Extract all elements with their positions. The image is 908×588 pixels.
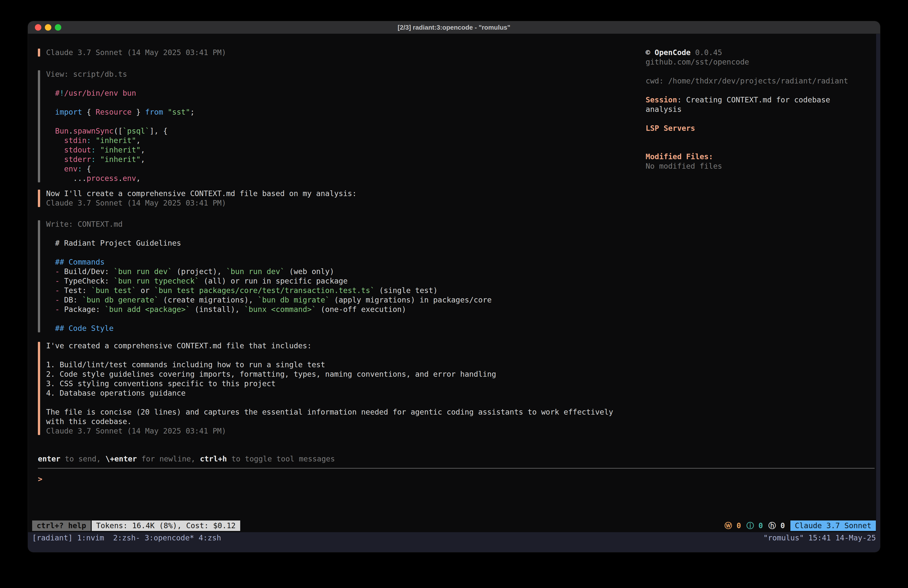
tmux-window-item[interactable]: 2:zsh- <box>113 533 140 542</box>
prompt-input[interactable]: > <box>38 474 874 484</box>
diagnostics-group: ⓦ 0ⓘ 0ⓗ 0 <box>724 521 790 531</box>
terminal-line <box>46 79 641 89</box>
zoom-button[interactable] <box>55 24 61 31</box>
terminal-line <box>46 229 641 238</box>
terminal-line: Write: CONTEXT.md <box>46 219 641 229</box>
help-hint-badge: ctrl+? help <box>32 520 91 531</box>
close-button[interactable] <box>35 24 41 31</box>
diagnostic-hints-count: ⓗ 0 <box>768 521 785 530</box>
terminal-line <box>46 248 641 258</box>
terminal-line: Now I'll create a comprehensive CONTEXT.… <box>46 189 641 198</box>
traffic-lights <box>35 24 61 31</box>
tokens-cost-badge: Tokens: 16.4K (8%), Cost: $0.12 <box>92 520 240 531</box>
terminal-line: stderr: "inherit", <box>46 155 641 164</box>
window-edge-strip <box>876 34 880 552</box>
terminal-line: analysis <box>646 105 875 114</box>
terminal-line: Claude 3.7 Sonnet (14 May 2025 03:41 PM) <box>46 198 641 208</box>
terminal-line: 2. Code style guidelines covering import… <box>46 369 641 379</box>
terminal-line: No modified files <box>646 161 875 171</box>
tool-view-block: View: script/db.ts #!/usr/bin/env bun im… <box>38 69 641 183</box>
terminal-window: [2/3] radiant:3:opencode - "romulus" Cla… <box>28 21 880 552</box>
terminal-line: with this codebase. <box>46 417 641 426</box>
terminal-line: ## Commands <box>46 258 641 267</box>
terminal-line: The file is concise (20 lines) and captu… <box>46 408 641 417</box>
terminal-line <box>646 133 875 142</box>
input-divider <box>38 468 874 469</box>
terminal-line <box>46 98 641 107</box>
terminal-line <box>646 67 875 76</box>
terminal-line: - Build/Dev: `bun run dev` (project), `b… <box>46 267 641 276</box>
window-title: [2/3] radiant:3:opencode - "romulus" <box>398 24 510 31</box>
terminal-line <box>46 398 641 408</box>
screen: [2/3] radiant:3:opencode - "romulus" Cla… <box>0 0 908 588</box>
tmux-window-item[interactable]: 3:opencode* <box>145 533 194 542</box>
tool-write-block: Write: CONTEXT.md # Radiant Project Guid… <box>38 219 641 333</box>
tmux-window-item[interactable]: 4:zsh <box>199 533 221 542</box>
terminal-line: stdout: "inherit", <box>46 145 641 155</box>
terminal-line: - DB: `bun db generate` (create migratio… <box>46 295 641 305</box>
terminal-line: 3. CSS styling conventions specific to t… <box>46 379 641 388</box>
terminal-line: - Package: `bun add <package>` (install)… <box>46 305 641 314</box>
terminal-line: #!/usr/bin/env bun <box>46 89 641 98</box>
terminal-line: env: { <box>46 164 641 174</box>
terminal-line <box>646 114 875 124</box>
terminal-line: Claude 3.7 Sonnet (14 May 2025 03:41 PM) <box>46 48 641 57</box>
tmux-window-item[interactable]: 1:nvim <box>77 533 109 542</box>
terminal-line: stdin: "inherit", <box>46 136 641 145</box>
terminal-line <box>46 314 641 324</box>
terminal-line: Bun.spawnSync([`psql`], { <box>46 126 641 136</box>
terminal-line: Session: Creating CONTEXT.md for codebas… <box>646 95 875 105</box>
terminal-line: 1. Build/lint/test commands including ho… <box>46 360 641 369</box>
terminal-line <box>646 142 875 152</box>
diagnostic-info-count: ⓘ 0 <box>747 521 763 530</box>
terminal-line: - TypeCheck: `bun run typecheck` (all) o… <box>46 276 641 286</box>
tmux-window-list: [radiant]1:nvim 2:zsh-3:opencode*4:zsh <box>32 532 230 544</box>
terminal-line: ## Code Style <box>46 324 641 333</box>
terminal-line: Modified Files: <box>646 152 875 161</box>
terminal-line <box>46 117 641 126</box>
terminal-line <box>646 86 875 95</box>
terminal-content: Claude 3.7 Sonnet (14 May 2025 03:41 PM)… <box>28 34 880 552</box>
status-bar: ctrl+? help Tokens: 16.4K (8%), Cost: $0… <box>32 520 876 531</box>
terminal-line <box>46 351 641 360</box>
chat-log: Claude 3.7 Sonnet (14 May 2025 03:41 PM)… <box>38 48 641 436</box>
window-titlebar: [2/3] radiant:3:opencode - "romulus" <box>28 21 880 34</box>
terminal-line: ...process.env, <box>46 174 641 183</box>
session-sidebar: © OpenCode 0.0.45github.com/sst/opencode… <box>646 48 875 171</box>
assistant-message-block: I've created a comprehensive CONTEXT.md … <box>38 341 641 436</box>
diagnostic-warnings-count: ⓦ 0 <box>724 521 741 530</box>
terminal-line: © OpenCode 0.0.45 <box>646 48 875 57</box>
tmux-windows: 1:nvim 2:zsh-3:opencode*4:zsh <box>77 532 226 544</box>
terminal-line: LSP Servers <box>646 124 875 133</box>
terminal-line: 4. Database operations guidance <box>46 388 641 398</box>
terminal-line: # Radiant Project Guidelines <box>46 238 641 248</box>
model-badge: Claude 3.7 Sonnet <box>790 520 876 531</box>
assistant-message-block: Now I'll create a comprehensive CONTEXT.… <box>38 189 641 208</box>
tmux-session-name: [radiant] <box>32 532 73 544</box>
keybind-help-line: enter to send, \+enter for newline, ctrl… <box>38 454 335 464</box>
terminal-line: import { Resource } from "sst"; <box>46 107 641 117</box>
terminal-line: - Test: `bun test` or `bun test packages… <box>46 286 641 295</box>
assistant-meta-block: Claude 3.7 Sonnet (14 May 2025 03:41 PM) <box>38 48 641 57</box>
tmux-status-bar: [radiant]1:nvim 2:zsh-3:opencode*4:zsh "… <box>28 532 880 552</box>
minimize-button[interactable] <box>45 24 52 31</box>
terminal-line: cwd: /home/thdxr/dev/projects/radiant/ra… <box>646 76 875 86</box>
terminal-line: github.com/sst/opencode <box>646 57 875 67</box>
tmux-host-clock: "romulus" 15:41 14-May-25 <box>763 532 876 544</box>
terminal-line: Claude 3.7 Sonnet (14 May 2025 03:41 PM) <box>46 426 641 436</box>
terminal-line: I've created a comprehensive CONTEXT.md … <box>46 341 641 351</box>
prompt-chevron-icon: > <box>38 475 42 483</box>
status-bar-right: ⓦ 0ⓘ 0ⓗ 0 Claude 3.7 Sonnet <box>724 520 876 531</box>
terminal-line: View: script/db.ts <box>46 69 641 79</box>
